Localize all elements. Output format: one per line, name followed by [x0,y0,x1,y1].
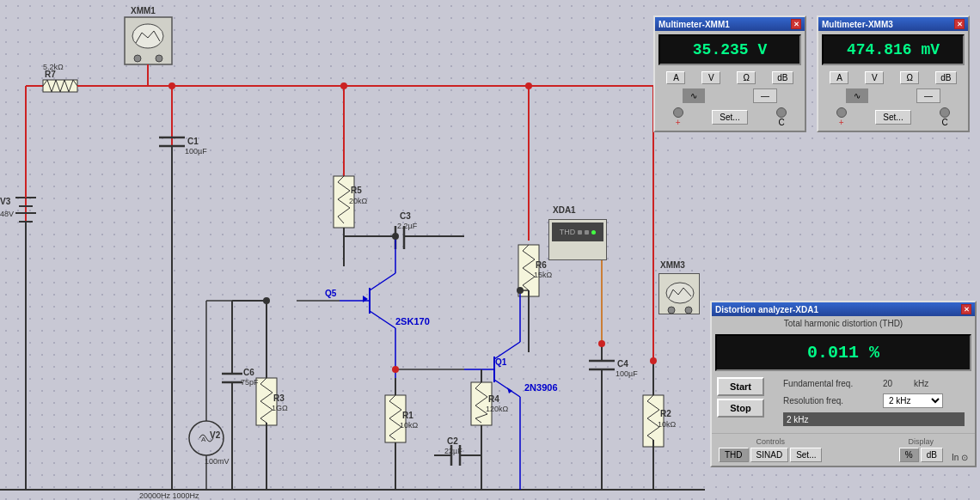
res-freq-select[interactable]: 2 kHz 1 kHz 500 Hz [883,393,943,408]
thd-text: THD [560,228,576,236]
xmm1-mode-dc[interactable]: — [753,88,777,103]
distortion-bottom: Controls THD SINAD Set... Display % dB I… [712,433,975,466]
xmm3-mode-dc[interactable]: — [916,88,940,103]
multimeter-xmm3-set-row: + Set... C [818,105,968,131]
display-label: Display [899,437,943,446]
xmm3-btn-v[interactable]: V [865,71,884,84]
multimeter-xmm3-close[interactable]: ✕ [954,19,965,29]
xmm3-minus-terminal: C [940,107,950,127]
xmm1-minus-terminal: C [776,107,787,127]
svg-text:48V: 48V [0,210,14,218]
xmm1-btn-a[interactable]: A [666,71,685,84]
svg-text:V2: V2 [210,430,221,440]
distortion-subtitle: Total harmonic distortion (THD) [712,316,975,331]
svg-text:C1: C1 [187,137,199,146]
svg-text:100µF: 100µF [185,147,207,155]
multimeter-xmm3-title: Multimeter-XMM3 [822,20,893,29]
svg-text:V3: V3 [0,197,11,206]
set-button[interactable]: Set... [790,448,822,462]
svg-text:C4: C4 [617,359,628,369]
distortion-title: Distortion analyzer-XDA1 [715,305,818,314]
svg-point-94 [392,366,399,373]
svg-line-53 [494,342,520,359]
svg-text:10kΩ: 10kΩ [400,421,419,430]
xmm1-btn-ohm[interactable]: Ω [737,71,756,84]
svg-line-35 [370,273,395,290]
multimeter-xmm1-title: Multimeter-XMM1 [658,20,730,29]
xmm1-mode-ac[interactable]: ∿ [683,88,705,103]
xda1-device: THD [548,219,607,260]
sinad-button[interactable]: SINAD [750,448,789,462]
multimeter-xmm1-set-row: + Set... C [655,105,805,131]
start-button[interactable]: Start [717,377,764,396]
svg-text:100µF: 100µF [616,369,638,378]
xda1-led [591,230,596,235]
svg-point-19 [132,24,163,48]
svg-text:XMM1: XMM1 [131,6,156,15]
svg-marker-39 [363,296,368,302]
svg-point-97 [517,287,524,294]
xda1-dot1 [578,230,582,235]
svg-text:2.2µF: 2.2µF [397,222,418,230]
svg-text:20kΩ: 20kΩ [349,197,368,205]
svg-point-96 [263,297,270,304]
distortion-close[interactable]: ✕ [961,304,971,314]
svg-text:5.2kΩ: 5.2kΩ [43,63,64,71]
svg-text:XMM3: XMM3 [660,260,685,270]
multimeter-xmm3-display: 474.816 mV [822,34,965,65]
xda1-display: THD [552,223,603,241]
res-freq-label: Resolution freq. [783,396,878,405]
svg-point-20 [134,55,141,62]
multimeter-xmm1-close[interactable]: ✕ [791,19,801,29]
xmm1-plus-sym [673,107,683,118]
distortion-display: 0.011 % [715,334,971,371]
svg-text:A: A [201,436,206,443]
svg-point-137 [668,307,675,314]
svg-text:100mV: 100mV [205,457,230,466]
svg-text:R5: R5 [351,186,362,195]
svg-text:R3: R3 [273,393,285,403]
svg-text:R1: R1 [402,411,413,420]
xmm1-btn-v[interactable]: V [701,71,720,84]
svg-text:2SK170: 2SK170 [395,316,430,326]
thd-button[interactable]: THD [719,448,749,462]
svg-text:Q5: Q5 [325,289,337,298]
xmm3-btn-ohm[interactable]: Ω [900,71,919,84]
xmm1-set-btn[interactable]: Set... [712,110,747,125]
xmm1-minus-sym [776,107,787,118]
svg-point-92 [340,82,347,89]
distortion-analyzer-panel: Distortion analyzer-XDA1 ✕ Total harmoni… [710,301,977,467]
svg-marker-57 [507,387,512,393]
xmm1-btn-db[interactable]: dB [772,71,793,84]
svg-text:XDA1: XDA1 [553,205,576,215]
svg-text:C3: C3 [400,211,411,221]
stop-button[interactable]: Stop [717,399,764,418]
fund-freq-row: Fundamental freq. 20 kHz [776,376,971,391]
svg-text:R4: R4 [488,394,499,404]
db-button[interactable]: dB [921,448,943,462]
svg-text:C6: C6 [243,368,254,377]
xmm1-minus-label: C [779,118,785,127]
distortion-controls: Start Stop [712,375,769,430]
freq-bar: 2 kHz [783,412,965,426]
pct-button[interactable]: % [899,448,919,462]
svg-text:2N3906: 2N3906 [524,382,558,393]
svg-text:15kΩ: 15kΩ [534,271,553,279]
xmm3-minus-sym [940,107,950,118]
svg-rect-68 [471,382,492,425]
in-label: In ⊙ [952,453,968,462]
xmm3-btn-a[interactable]: A [830,71,848,84]
multimeter-xmm1-display: 35.235 V [658,34,801,65]
xmm3-set-btn[interactable]: Set... [875,110,910,125]
svg-text:R6: R6 [536,260,547,270]
xmm3-btn-db[interactable]: dB [935,71,956,84]
svg-point-98 [650,357,657,364]
xda1-dot2 [585,230,589,235]
svg-point-99 [598,340,605,347]
svg-text:10kΩ: 10kΩ [658,420,677,429]
svg-text:Q1: Q1 [495,357,507,367]
xmm3-minus-label: C [942,118,948,127]
svg-point-95 [392,233,399,240]
distortion-main-content: Start Stop Fundamental freq. 20 kHz Reso… [712,375,975,430]
xmm3-mode-ac[interactable]: ∿ [846,88,868,103]
